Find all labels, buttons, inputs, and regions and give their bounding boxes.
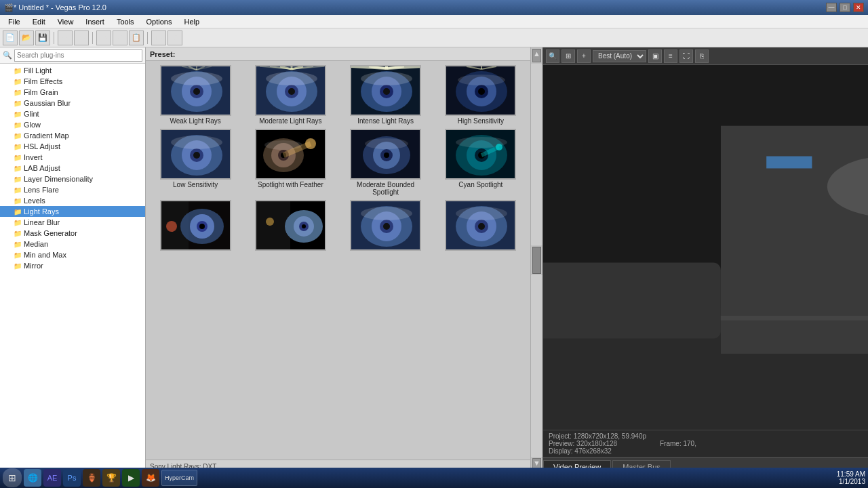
tree-item-lab-adjust[interactable]: 📁LAB Adjust: [0, 163, 145, 174]
tree-item-mask-gen[interactable]: 📁Mask Generator: [0, 228, 145, 239]
preset-intense-light-rays[interactable]: Intense Light Rays: [340, 65, 431, 125]
tree-item-layer-dim[interactable]: 📁Layer Dimensionality: [0, 174, 145, 184]
tree-item-fill-light[interactable]: 📁Fill Light: [0, 65, 145, 76]
tree-item-levels[interactable]: 📁Levels: [0, 195, 145, 206]
preset-weak-light-rays[interactable]: Weak Light Rays: [150, 65, 241, 125]
taskbar-trophy[interactable]: 🏆: [102, 469, 120, 487]
tree-item-linear-blur[interactable]: 📁Linear Blur: [0, 217, 145, 228]
menu-bar: File Edit View Insert Tools Options Help: [0, 15, 868, 28]
preview-fit[interactable]: ⊞: [561, 49, 575, 63]
preset-spotlight-feather[interactable]: Spotlight with Feather: [245, 129, 336, 196]
tree-item-hsl-adjust[interactable]: 📁HSL Adjust: [0, 141, 145, 152]
tree-item-light-rays[interactable]: 📁Light Rays: [0, 206, 145, 217]
preset-cyan-spotlight[interactable]: Cyan Spotlight: [435, 129, 526, 196]
menu-insert[interactable]: Insert: [80, 16, 110, 27]
preset-extra1[interactable]: [150, 200, 241, 252]
tree-item-median[interactable]: 📁Median: [0, 239, 145, 249]
preview-zoom-in[interactable]: +: [577, 49, 591, 63]
tb-cut[interactable]: ✂: [96, 30, 111, 45]
preset-cyan-spotlight-label: Cyan Spotlight: [458, 181, 502, 188]
tb-save[interactable]: 💾: [35, 30, 50, 45]
svg-point-37: [458, 75, 505, 85]
preset-intense-label: Intense Light Rays: [357, 117, 414, 125]
tree-item-invert[interactable]: 📁Invert: [0, 152, 145, 163]
preset-moderate-label: Moderate Light Rays: [259, 117, 321, 125]
preset-high-sens-label: High Sensitivity: [458, 117, 504, 125]
preview-info: Project: 1280x720x128, 59.940p Preview: …: [543, 430, 868, 457]
svg-point-13: [288, 88, 295, 95]
preset-high-sensitivity[interactable]: High Sensitivity: [435, 65, 526, 125]
tb-sep1: [54, 32, 54, 44]
scroll-up[interactable]: ▲: [532, 49, 541, 62]
tree-item-glow[interactable]: 📁Glow: [0, 119, 145, 130]
app-title: * Untitled * - Vegas Pro 12.0: [14, 3, 826, 12]
menu-tools[interactable]: Tools: [111, 16, 140, 27]
scroll-track[interactable]: [531, 64, 542, 245]
tree-item-lens-flare[interactable]: 📁Lens Flare: [0, 184, 145, 195]
menu-help[interactable]: Help: [178, 16, 205, 27]
tree-item-gaussian-blur[interactable]: 📁Gaussian Blur: [0, 98, 145, 108]
tb-new[interactable]: 📄: [3, 30, 18, 45]
taskbar-mc[interactable]: 🏺: [83, 469, 100, 487]
maximize-button[interactable]: □: [840, 3, 850, 12]
preview-split[interactable]: ▣: [648, 49, 662, 63]
minimize-button[interactable]: —: [826, 3, 837, 12]
tb-copy[interactable]: ⎘: [113, 30, 127, 45]
tb-undo[interactable]: ↩: [58, 30, 73, 45]
tb-redo[interactable]: ↪: [74, 30, 89, 45]
taskbar-vp[interactable]: ▶: [122, 469, 140, 487]
search-input[interactable]: [14, 49, 142, 62]
taskbar-hypercam[interactable]: HyperCam: [161, 470, 197, 486]
svg-point-81: [266, 218, 274, 226]
tb-sep3: [147, 32, 148, 44]
menu-options[interactable]: Options: [141, 16, 178, 27]
tree-item-glint[interactable]: 📁Glint: [0, 108, 145, 119]
svg-line-31: [387, 66, 421, 68]
taskbar-ff[interactable]: 🦊: [142, 469, 159, 487]
svg-point-91: [456, 207, 507, 220]
tb-open[interactable]: 📂: [19, 30, 34, 45]
tree-item-film-grain[interactable]: 📁Film Grain: [0, 87, 145, 98]
preset-extra3[interactable]: [340, 200, 431, 252]
scroll-thumb[interactable]: [532, 247, 541, 274]
preset-extra4[interactable]: [435, 200, 526, 252]
preset-grid-container: Weak Light Rays: [146, 61, 530, 460]
svg-point-90: [478, 223, 485, 230]
taskbar-ie[interactable]: 🌐: [24, 469, 41, 487]
tree-item-min-max[interactable]: 📁Min and Max: [0, 249, 145, 260]
tb-render[interactable]: ▶: [151, 30, 166, 45]
preview-zoom-out[interactable]: 🔍: [546, 49, 559, 63]
taskbar-ps[interactable]: Ps: [63, 469, 81, 487]
tree-item-mirror[interactable]: 📁Mirror: [0, 260, 145, 271]
tree-item-gradient-map[interactable]: 📁Gradient Map: [0, 130, 145, 141]
taskbar-ae[interactable]: AE: [43, 469, 61, 487]
preset-extra2[interactable]: [245, 200, 336, 252]
toolbar: 📄 📂 💾 ↩ ↪ ✂ ⎘ 📋 ▶ ⚙: [0, 28, 868, 47]
menu-file[interactable]: File: [3, 16, 26, 27]
preset-spotlight-feather-label: Spotlight with Feather: [258, 181, 323, 188]
svg-point-74: [166, 221, 177, 232]
preset-mod-bounded-label: Moderate Bounded Spotlight: [350, 181, 421, 196]
svg-point-59: [365, 138, 408, 149]
preview-toolbar: 🔍 ⊞ + Best (Auto) Good Draft ▣ ≡ ⛶ ⎘: [543, 47, 868, 65]
preview-fullscreen[interactable]: ⛶: [679, 49, 693, 63]
tb-paste[interactable]: 📋: [129, 30, 144, 45]
preset-mod-bounded[interactable]: Moderate Bounded Spotlight: [340, 129, 431, 196]
preview-quality-select[interactable]: Best (Auto) Good Draft: [593, 50, 646, 62]
close-button[interactable]: ✕: [853, 3, 864, 12]
preview-copy[interactable]: ⎘: [695, 49, 709, 63]
start-button[interactable]: ⊞: [3, 468, 22, 487]
menu-view[interactable]: View: [52, 16, 79, 27]
taskbar-clock: 11:59 AM 1/1/2013: [837, 470, 865, 485]
preset-weak-label: Weak Light Rays: [170, 117, 220, 125]
tb-settings[interactable]: ⚙: [167, 30, 182, 45]
tree-item-film-effects[interactable]: 📁Film Effects: [0, 76, 145, 87]
preset-scrollbar[interactable]: ▲ ▼: [530, 47, 542, 473]
svg-point-45: [171, 136, 222, 149]
preview-frame-info: Frame: 170,: [660, 440, 696, 447]
preset-low-sensitivity[interactable]: Low Sensitivity: [150, 129, 241, 196]
preset-moderate-light-rays[interactable]: Moderate Light Rays: [245, 65, 336, 125]
title-bar-icon: 🎬: [4, 3, 14, 12]
preview-channel[interactable]: ≡: [664, 49, 677, 63]
menu-edit[interactable]: Edit: [27, 16, 51, 27]
